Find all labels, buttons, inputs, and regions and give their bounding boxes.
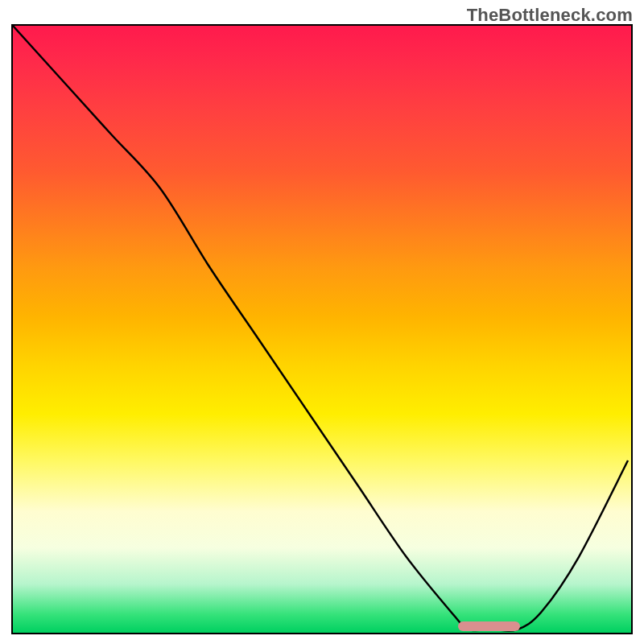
optimal-range-marker	[458, 621, 520, 631]
gradient-background	[13, 26, 631, 633]
watermark-text: TheBottleneck.com	[467, 5, 633, 26]
chart-frame	[11, 24, 633, 634]
